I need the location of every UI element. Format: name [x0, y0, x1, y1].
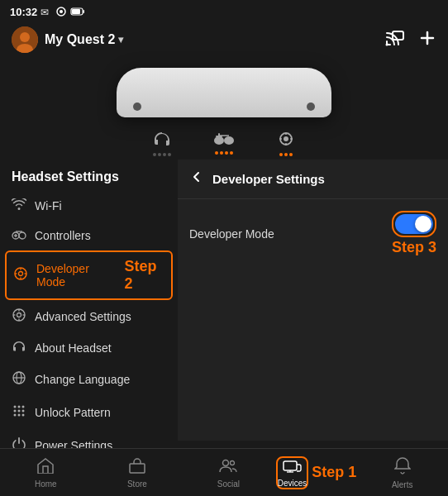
- headset-dot-right: [307, 103, 315, 111]
- svg-point-14: [224, 136, 234, 145]
- headset-info-icon: [12, 341, 26, 355]
- svg-point-54: [223, 460, 229, 465]
- sidebar-about-headset-label: About Headset: [35, 341, 112, 355]
- right-panel: Developer Settings Developer Mode Step 3: [178, 160, 448, 441]
- settings-status-icon: [55, 6, 67, 17]
- devices-icon: [283, 458, 303, 477]
- settings-icon: [12, 308, 26, 326]
- sidebar-advanced-settings-label: Advanced Settings: [35, 310, 131, 323]
- dot-active: [284, 153, 288, 156]
- sidebar-item-change-language[interactable]: Change Language: [0, 363, 178, 396]
- controller-tab-icon: [213, 131, 235, 150]
- developer-mode-row: Developer Mode Step 3: [178, 199, 448, 268]
- battery-status-icon: [70, 7, 85, 17]
- status-bar: 10:32 ✉: [0, 0, 448, 23]
- pattern-icon: [12, 403, 26, 422]
- developer-mode-row-label: Developer Mode: [189, 227, 274, 241]
- dot: [168, 153, 171, 156]
- chevron-down-icon: ▾: [118, 34, 123, 45]
- svg-point-47: [14, 410, 17, 413]
- tab-icon-headset[interactable]: [152, 131, 172, 156]
- svg-rect-4: [72, 9, 80, 14]
- controller-icon: [12, 228, 26, 243]
- sidebar-item-advanced-settings[interactable]: Advanced Settings: [0, 300, 178, 333]
- header: My Quest 2 ▾: [0, 23, 448, 60]
- social-icon: [218, 457, 238, 478]
- panel-title: Developer Settings: [212, 172, 325, 186]
- step3-label: Step 3: [392, 239, 436, 256]
- svg-point-55: [231, 460, 235, 465]
- svg-point-30: [19, 272, 23, 276]
- sidebar-item-about-headset[interactable]: About Headset: [0, 333, 178, 363]
- nav-item-devices[interactable]: Devices: [276, 456, 309, 489]
- developer-mode-toggle-container[interactable]: [392, 211, 436, 237]
- dot-active: [279, 153, 283, 156]
- sidebar: Headset Settings Wi-Fi: [0, 160, 178, 441]
- svg-point-19: [284, 136, 288, 141]
- back-button[interactable]: [189, 169, 204, 188]
- header-right: [385, 28, 436, 52]
- nav-store-label: Store: [127, 479, 147, 489]
- svg-point-45: [18, 406, 21, 408]
- step1-label: Step 1: [312, 464, 356, 481]
- svg-point-50: [14, 414, 17, 417]
- nav-social-label: Social: [217, 479, 240, 489]
- main-content: Headset Settings Wi-Fi: [0, 160, 448, 441]
- tab-icon-controller[interactable]: [213, 131, 235, 156]
- message-status-icon: ✉: [41, 6, 52, 17]
- sidebar-controllers-label: Controllers: [35, 229, 91, 242]
- dot-active: [289, 153, 293, 156]
- sidebar-item-developer-mode[interactable]: Developer Mode Step 2: [5, 250, 173, 300]
- controller-tab-dots: [215, 151, 233, 155]
- dev-icon: [13, 266, 28, 284]
- avatar-image: [12, 26, 38, 53]
- home-icon: [36, 457, 55, 478]
- dot-active: [215, 151, 218, 155]
- sidebar-change-language-label: Change Language: [35, 373, 130, 386]
- svg-point-25: [19, 232, 26, 239]
- add-icon[interactable]: [418, 29, 436, 51]
- dot-active: [220, 151, 223, 155]
- device-name-text: My Quest 2: [45, 32, 115, 47]
- nav-item-social[interactable]: Social: [183, 449, 274, 496]
- device-name-label[interactable]: My Quest 2 ▾: [45, 32, 123, 47]
- svg-point-7: [20, 32, 30, 42]
- nav-item-alerts[interactable]: Alerts: [356, 449, 448, 496]
- nav-item-store[interactable]: Store: [92, 449, 183, 496]
- headset-image-area: [0, 60, 448, 126]
- headset-tab-icon: [152, 131, 172, 151]
- wifi-icon: [12, 198, 26, 213]
- status-time: 10:32: [10, 6, 37, 18]
- sidebar-wifi-label: Wi-Fi: [35, 199, 62, 212]
- dot: [163, 153, 166, 156]
- sidebar-item-controllers[interactable]: Controllers: [0, 221, 178, 250]
- svg-rect-53: [130, 464, 145, 473]
- nav-item-home[interactable]: Home: [0, 449, 92, 496]
- header-left: My Quest 2 ▾: [12, 26, 123, 53]
- sidebar-title: Headset Settings: [0, 166, 178, 191]
- dot-active: [230, 151, 233, 155]
- sidebar-item-unlock-pattern[interactable]: Unlock Pattern: [0, 396, 178, 429]
- cast-icon[interactable]: [385, 28, 405, 52]
- language-icon: [12, 370, 26, 389]
- svg-point-51: [18, 414, 21, 417]
- svg-text:✉: ✉: [41, 7, 49, 17]
- alerts-icon: [394, 456, 411, 479]
- avatar[interactable]: [12, 26, 38, 53]
- sidebar-unlock-pattern-label: Unlock Pattern: [35, 406, 111, 419]
- svg-point-2: [60, 10, 63, 13]
- svg-point-52: [22, 414, 25, 417]
- tab-icon-tracking[interactable]: [276, 131, 296, 156]
- headset-dot-left: [133, 103, 141, 111]
- sidebar-item-wifi[interactable]: Wi-Fi: [0, 191, 178, 221]
- svg-point-9: [386, 43, 388, 45]
- nav-home-label: Home: [35, 479, 57, 489]
- svg-rect-56: [284, 461, 297, 470]
- dot: [153, 153, 156, 156]
- tracking-tab-dots: [279, 153, 293, 156]
- dot-active: [225, 151, 228, 155]
- svg-point-46: [22, 406, 25, 408]
- status-left: 10:32 ✉: [10, 6, 85, 18]
- developer-mode-toggle[interactable]: [395, 214, 433, 234]
- svg-point-49: [22, 410, 25, 413]
